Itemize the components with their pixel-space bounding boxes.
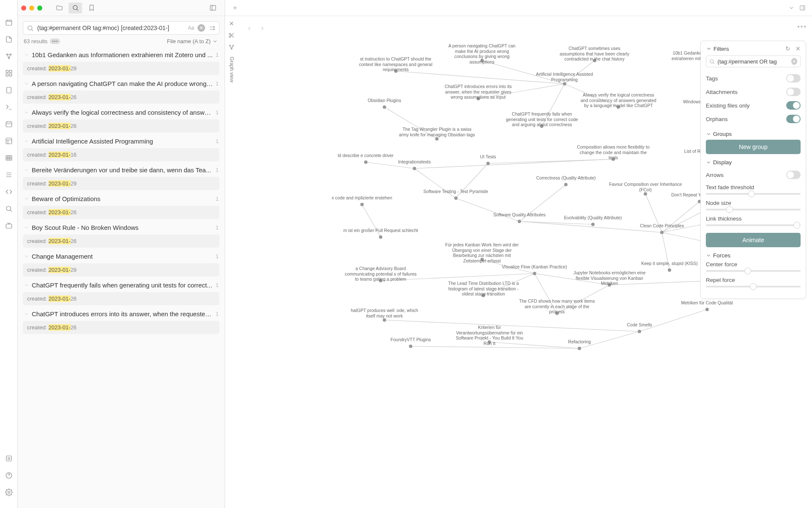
graph-node[interactable] [488,340,491,344]
right-panel-icon[interactable] [797,3,808,14]
list-item[interactable]: Beware of Optimizations 1 [21,192,221,206]
tab-dropdown-icon[interactable] [786,3,797,14]
graph-node[interactable] [563,82,566,86]
rail-icon-tv[interactable] [3,220,14,231]
close-icon[interactable] [228,20,235,28]
arrows-label: Arrows [706,172,786,178]
slider-track[interactable] [706,224,801,226]
graph-node[interactable] [660,231,664,234]
toggle-switch[interactable] [786,115,801,123]
top-icon-folder[interactable] [52,3,66,14]
filter-search-input[interactable] [718,58,789,65]
scissors-icon[interactable] [228,32,235,40]
rail-icon-schedule[interactable] [3,119,14,130]
maximize-dot[interactable] [37,6,42,11]
graph-node-label: Clean Code Principles [640,223,684,229]
rail-icon-code[interactable] [3,186,14,197]
graph-node[interactable] [477,97,480,100]
list-item[interactable]: Change Management 1 [21,249,221,263]
more-dots-icon[interactable]: ••• [50,39,60,44]
add-tab-icon[interactable] [229,3,240,14]
list-item[interactable]: Boy Scout Rule - No Broken Windows 1 [21,221,221,235]
sidebar-panel-icon[interactable] [206,3,219,14]
rail-icon-graph[interactable] [3,51,14,62]
arrows-toggle[interactable] [786,171,801,179]
rail-icon-page[interactable] [3,85,14,96]
graph-node[interactable] [482,294,485,297]
toggle-switch[interactable] [786,88,801,96]
clear-filter-icon[interactable]: ✕ [791,58,797,65]
slider-track[interactable] [706,209,801,210]
graph-mode-icon[interactable] [228,44,235,52]
search-settings-icon[interactable] [208,25,216,32]
top-icon-search[interactable] [69,3,82,14]
graph-node[interactable] [480,59,484,62]
top-icon-bookmark[interactable] [85,3,98,14]
rail-icon-terminal[interactable] [3,102,14,113]
graph-node[interactable] [617,105,620,109]
graph-node[interactable] [578,347,581,350]
graph-node[interactable] [591,223,595,226]
new-group-button[interactable]: New group [706,140,801,154]
results-list[interactable]: 10b1 Gedanken aus Informationen extrahie… [18,48,225,508]
slider-track[interactable] [706,270,801,272]
graph-node[interactable] [379,279,382,282]
graph-node[interactable] [644,192,647,196]
sort-button[interactable]: File name (A to Z) [167,38,218,44]
graph-node[interactable] [383,105,386,109]
graph-node[interactable] [379,235,382,239]
list-item-meta: created: 2023-01-26 [23,119,219,133]
rail-icon-layout[interactable] [3,135,14,146]
graph-node[interactable] [564,183,568,186]
rail-icon-list[interactable] [3,169,14,180]
svg-point-28 [231,48,232,50]
graph-node[interactable] [612,157,615,161]
list-item[interactable]: Always verify the logical correctness an… [21,105,221,119]
list-item[interactable]: A person navigating ChatGPT can make the… [21,77,221,91]
graph-node[interactable] [518,220,521,223]
graph-node[interactable] [394,69,398,73]
close-panel-icon[interactable]: ✕ [796,45,801,52]
graph-node[interactable] [480,258,484,261]
rail-icon-settings[interactable] [3,487,14,498]
graph-node[interactable] [413,167,416,170]
minimize-dot[interactable] [29,6,34,11]
close-dot[interactable] [21,6,26,11]
rail-icon-help[interactable] [3,470,14,481]
graph-node[interactable] [638,330,641,333]
graph-node[interactable] [705,308,709,311]
list-item[interactable]: Bereite Veränderungen vor und treibe sie… [21,163,221,177]
graph-node[interactable] [668,268,671,272]
rail-icon-search[interactable] [3,203,14,214]
animate-button[interactable]: Animate [706,233,801,247]
graph-node[interactable] [364,160,368,164]
rail-icon-table[interactable] [3,152,14,163]
slider-track[interactable] [706,193,801,195]
case-toggle[interactable]: Aa [188,25,194,31]
list-item[interactable]: ChatGPT introduces errors into its answe… [21,307,221,321]
graph-node[interactable] [360,203,364,206]
graph-node[interactable] [555,312,559,315]
list-item[interactable]: ChatGPT frequently fails when generating… [21,278,221,292]
graph-node[interactable] [435,137,439,141]
graph-node[interactable] [593,59,596,62]
list-item[interactable]: 10b1 Gedanken aus Informationen extrahie… [21,48,221,62]
rail-icon-calendar[interactable] [3,17,14,28]
rail-icon-grid[interactable] [3,68,14,79]
list-item[interactable]: Artificial Intelligence Assisted Program… [21,134,221,148]
reset-icon[interactable]: ↻ [785,45,790,52]
toggle-switch[interactable] [786,74,801,83]
graph-node[interactable] [540,124,543,128]
graph-node[interactable] [533,272,536,275]
graph-node[interactable] [454,196,458,200]
toggle-switch[interactable] [786,101,801,110]
search-input[interactable] [37,25,184,31]
graph-node[interactable] [608,283,611,287]
rail-icon-vault[interactable] [3,453,14,464]
graph-node[interactable] [383,318,386,322]
rail-icon-file[interactable] [3,34,14,45]
clear-search-icon[interactable]: ✕ [198,24,205,32]
slider-track[interactable] [706,286,801,287]
graph-node[interactable] [486,162,490,165]
graph-node[interactable] [409,345,412,348]
